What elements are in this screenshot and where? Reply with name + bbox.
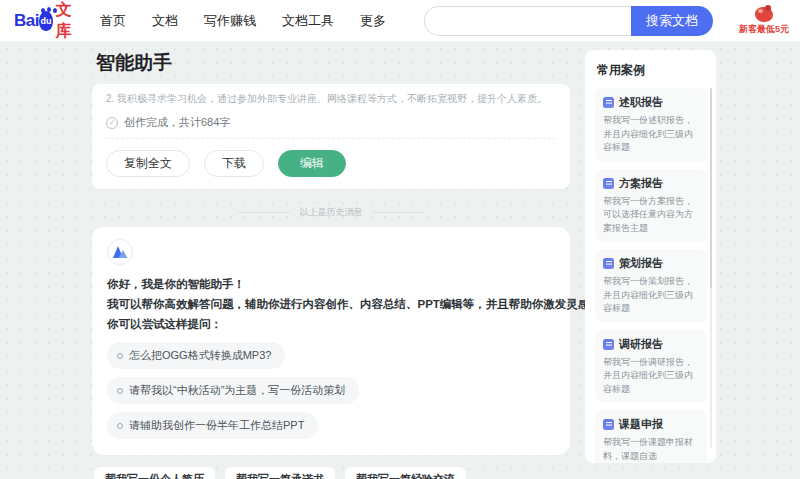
prompt-text: 怎么把OGG格式转换成MP3? (129, 348, 271, 363)
case-item[interactable]: 方案报告 帮我写一份方案报告，可以选择任意内容为方案报告主题 (595, 169, 707, 243)
quick-chip[interactable]: 帮我写一篇经验交流 (345, 467, 466, 479)
history-actions: 复制全文 下载 编辑 (106, 150, 556, 177)
case-description: 帮我写一份述职报告，并且内容细化到三级内容标题 (603, 114, 700, 155)
case-description: 帮我写一份课题申报材料，课题自选 (603, 436, 700, 463)
case-title: 策划报告 (619, 256, 663, 271)
suggested-prompt[interactable]: 请辅助我创作一份半年工作总结PPT (107, 412, 318, 439)
assistant-greeting-card: 你好，我是你的智能助手！ 我可以帮你高效解答问题，辅助你进行内容创作、内容总结、… (92, 227, 570, 455)
case-list: 述职报告 帮我写一份述职报告，并且内容细化到三级内容标题 方案报告 帮我写一份方… (595, 88, 707, 463)
case-item[interactable]: 课题申报 帮我写一份课题申报材料，课题自选 (595, 410, 707, 463)
copy-all-button[interactable]: 复制全文 (106, 150, 190, 177)
history-text-snippet: 2. 我积极寻求学习机会，通过参加外部专业讲座、网络课程等方式，不断拓宽视野，提… (106, 90, 556, 106)
search-button[interactable]: 搜索文档 (631, 6, 713, 36)
case-description: 帮我写一份策划报告，并且内容细化到三级内容标题 (603, 275, 700, 316)
common-cases-sidebar: 常用案例 述职报告 帮我写一份述职报告，并且内容细化到三级内容标题 方案报告 帮… (585, 50, 716, 463)
logo-text-wenku: 文库 (56, 0, 78, 42)
baidu-paw-icon: du (39, 11, 53, 31)
greeting-line-2: 我可以帮你高效解答问题，辅助你进行内容创作、内容总结、PPT编辑等，并且帮助你激… (107, 294, 555, 314)
assistant-avatar-icon (107, 239, 133, 265)
sidebar-scrollbar-thumb[interactable] (710, 88, 712, 288)
promo-redpacket-icon (755, 7, 773, 22)
logo-text-bai: Bai (14, 11, 39, 31)
case-title: 课题申报 (619, 417, 663, 432)
quick-chip[interactable]: 帮我写一份个人简历 (94, 467, 215, 479)
document-icon (603, 258, 614, 269)
greeting-line-3: 你可以尝试这样提问： (107, 314, 555, 334)
prompt-bullet-icon (117, 388, 123, 394)
creation-status-row: ✓ 创作完成，共计684字 (106, 115, 556, 139)
logo-text-du: du (40, 16, 51, 26)
case-description: 帮我写一份方案报告，可以选择任意内容为方案报告主题 (603, 195, 700, 236)
case-title: 述职报告 (619, 95, 663, 110)
case-title: 调研报告 (619, 337, 663, 352)
sidebar-title: 常用案例 (597, 62, 707, 79)
top-navbar: Bai du 文库 首页 文档 写作赚钱 文档工具 更多 搜索文档 新客最低5元… (0, 0, 800, 42)
nav-item[interactable]: 写作赚钱 (204, 12, 256, 30)
history-message-card: 2. 我积极寻求学习机会，通过参加外部专业讲座、网络课程等方式，不断拓宽视野，提… (92, 84, 570, 189)
main-nav: 首页 文档 写作赚钱 文档工具 更多 (100, 12, 386, 30)
new-user-promo[interactable]: 新客最低5元 (739, 7, 789, 34)
prompt-bullet-icon (117, 423, 123, 429)
navbar-tools: 新客最低5元 客户端 看过 (739, 7, 800, 34)
prompt-text: 请帮我以“中秋活动”为主题，写一份活动策划 (129, 383, 345, 398)
search-bar: 搜索文档 (424, 6, 713, 36)
check-circle-icon: ✓ (106, 117, 118, 129)
suggested-prompts: 怎么把OGG格式转换成MP3? 请帮我以“中秋活动”为主题，写一份活动策划 请辅… (107, 342, 555, 439)
suggested-prompt[interactable]: 请帮我以“中秋活动”为主题，写一份活动策划 (107, 377, 359, 404)
document-icon (603, 339, 614, 350)
search-input[interactable] (424, 6, 631, 36)
case-item[interactable]: 调研报告 帮我写一份调研报告，并且内容细化到三级内容标题 (595, 330, 707, 404)
nav-item[interactable]: 文档 (152, 12, 178, 30)
nav-item[interactable]: 更多 (360, 12, 386, 30)
case-description: 帮我写一份调研报告，并且内容细化到三级内容标题 (603, 356, 700, 397)
case-item[interactable]: 述职报告 帮我写一份述职报告，并且内容细化到三级内容标题 (595, 88, 707, 162)
document-icon (603, 419, 614, 430)
prompt-text: 请辅助我创作一份半年工作总结PPT (129, 418, 304, 433)
assistant-panel: 智能助手 2. 我积极寻求学习机会，通过参加外部专业讲座、网络课程等方式，不断拓… (92, 50, 570, 479)
creation-status: 创作完成，共计684字 (124, 115, 230, 130)
greeting-line-1: 你好，我是你的智能助手！ (107, 274, 555, 294)
quick-chips: 帮我写一份个人简历 帮我写一篇承诺书 帮我写一篇经验交流 (94, 467, 570, 479)
download-button[interactable]: 下载 (204, 150, 264, 177)
suggested-prompt[interactable]: 怎么把OGG格式转换成MP3? (107, 342, 285, 369)
page-title: 智能助手 (96, 50, 570, 76)
history-divider: 以上是历史消息 (92, 206, 570, 219)
document-icon (603, 97, 614, 108)
case-item[interactable]: 策划报告 帮我写一份策划报告，并且内容细化到三级内容标题 (595, 249, 707, 323)
promo-label: 新客最低5元 (739, 25, 789, 34)
edit-button[interactable]: 编辑 (278, 150, 346, 177)
prompt-bullet-icon (117, 353, 123, 359)
quick-chip[interactable]: 帮我写一篇承诺书 (225, 467, 335, 479)
history-divider-label: 以上是历史消息 (300, 206, 363, 219)
nav-item[interactable]: 首页 (100, 12, 126, 30)
baidu-wenku-logo[interactable]: Bai du 文库 (14, 0, 78, 42)
document-icon (603, 178, 614, 189)
case-title: 方案报告 (619, 176, 663, 191)
nav-item[interactable]: 文档工具 (282, 12, 334, 30)
